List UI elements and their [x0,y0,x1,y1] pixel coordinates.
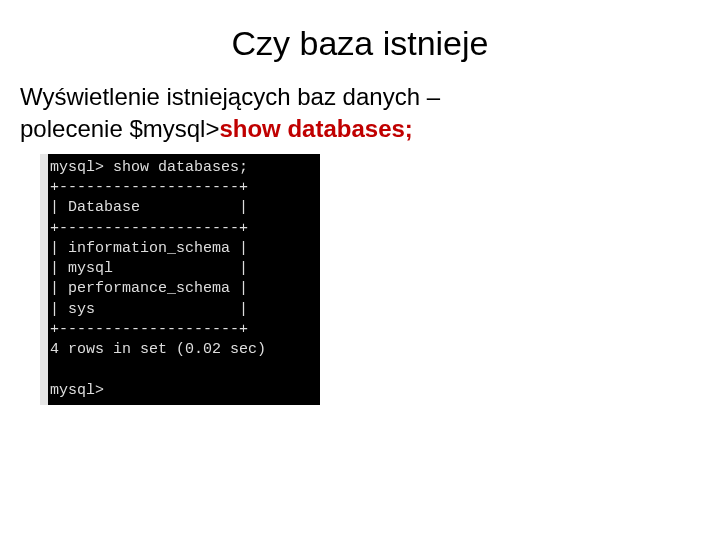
terminal-header: | Database | [50,199,248,216]
terminal-row: | information_schema | [50,240,248,257]
terminal-row: | mysql | [50,260,248,277]
terminal-status: 4 rows in set (0.02 sec) [50,341,266,358]
terminal-border-mid: +--------------------+ [50,220,248,237]
terminal-output: mysql> show databases; +----------------… [40,154,320,405]
command-highlight: show databases; [219,115,412,142]
terminal-row: | sys | [50,301,248,318]
slide-title: Czy baza istnieje [0,0,720,81]
terminal-row: | performance_schema | [50,280,248,297]
terminal-prompt-end: mysql> [50,382,104,399]
terminal-border-top: +--------------------+ [50,179,248,196]
terminal-border-bottom: +--------------------+ [50,321,248,338]
body-line-2: polecenie $mysql>show databases; [20,113,700,145]
body-line-2-prefix: polecenie $mysql> [20,115,219,142]
body-line-1: Wyświetlenie istniejących baz danych – [20,81,700,113]
slide-body: Wyświetlenie istniejących baz danych – p… [0,81,720,405]
terminal-prompt-command: mysql> show databases; [50,159,248,176]
